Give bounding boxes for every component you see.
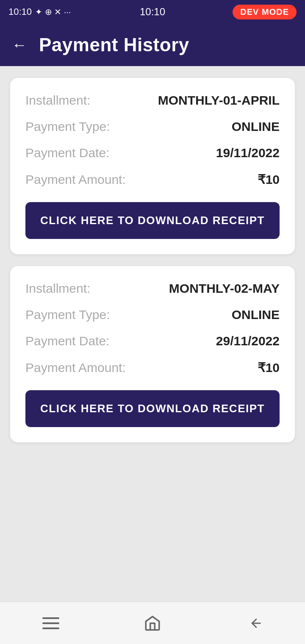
installment-label-1: Installment: xyxy=(25,93,90,108)
payment-type-label-2: Payment Type: xyxy=(25,308,110,322)
download-receipt-button-2[interactable]: CLICK HERE TO DOWNLOAD RECEIPT xyxy=(25,390,280,427)
payment-amount-value-2: ₹10 xyxy=(258,360,280,375)
back-nav-icon xyxy=(246,615,262,631)
back-button[interactable]: ← xyxy=(12,37,27,53)
dev-mode-badge: DEV MODE xyxy=(233,5,297,19)
back-nav-button[interactable] xyxy=(237,611,271,636)
payment-date-value-1: 19/11/2022 xyxy=(216,146,280,160)
home-icon xyxy=(144,614,161,632)
payment-date-label-2: Payment Date: xyxy=(25,334,109,348)
payment-date-value-2: 29/11/2022 xyxy=(216,334,280,348)
content-area: Installment: MONTHLY-01-APRIL Payment Ty… xyxy=(0,66,305,602)
payment-amount-row-1: Payment Amount: ₹10 xyxy=(25,172,280,187)
payment-type-value-2: ONLINE xyxy=(232,308,280,322)
page-title: Payment History xyxy=(39,34,189,56)
payment-amount-label-1: Payment Amount: xyxy=(25,172,126,187)
payment-card-2: Installment: MONTHLY-02-MAY Payment Type… xyxy=(10,266,295,442)
home-button[interactable] xyxy=(136,611,169,636)
payment-date-label-1: Payment Date: xyxy=(25,146,109,160)
status-left: 10:10 ✦ ⊕ ✕ ··· xyxy=(8,6,71,17)
payment-type-label-1: Payment Type: xyxy=(25,119,110,134)
installment-value-2: MONTHLY-02-MAY xyxy=(169,281,280,296)
payment-type-row-1: Payment Type: ONLINE xyxy=(25,119,280,134)
installment-value-1: MONTHLY-01-APRIL xyxy=(158,93,280,108)
payment-date-row-1: Payment Date: 19/11/2022 xyxy=(25,146,280,160)
installment-row-2: Installment: MONTHLY-02-MAY xyxy=(25,281,280,296)
status-time-center: 10:10 xyxy=(140,6,165,18)
bottom-navigation xyxy=(0,602,305,644)
download-receipt-button-1[interactable]: CLICK HERE TO DOWNLOAD RECEIPT xyxy=(25,202,280,239)
installment-label-2: Installment: xyxy=(25,281,90,296)
payment-date-row-2: Payment Date: 29/11/2022 xyxy=(25,334,280,348)
payment-type-value-1: ONLINE xyxy=(232,119,280,134)
status-icons: ✦ ⊕ ✕ ··· xyxy=(35,7,71,17)
payment-card-1: Installment: MONTHLY-01-APRIL Payment Ty… xyxy=(10,78,295,254)
menu-button[interactable] xyxy=(34,611,68,636)
status-bar: 10:10 ✦ ⊕ ✕ ··· 10:10 DEV MODE xyxy=(0,0,305,24)
hamburger-icon xyxy=(42,617,59,629)
payment-type-row-2: Payment Type: ONLINE xyxy=(25,308,280,322)
installment-row-1: Installment: MONTHLY-01-APRIL xyxy=(25,93,280,108)
payment-amount-label-2: Payment Amount: xyxy=(25,361,126,375)
status-time-left: 10:10 xyxy=(8,6,32,17)
header: ← Payment History xyxy=(0,24,305,66)
payment-amount-value-1: ₹10 xyxy=(258,172,280,187)
payment-amount-row-2: Payment Amount: ₹10 xyxy=(25,360,280,375)
